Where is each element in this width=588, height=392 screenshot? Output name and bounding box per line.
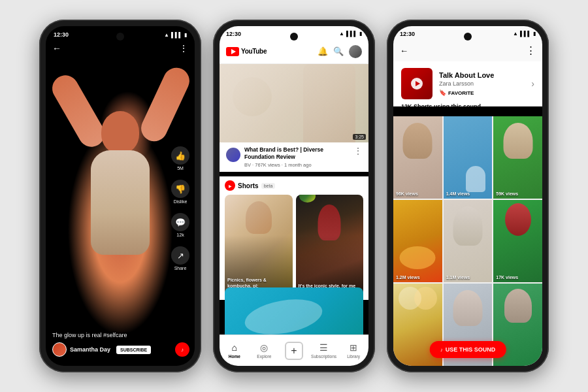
- nav-create[interactable]: +: [279, 342, 309, 360]
- grid-views-6: 17K views: [496, 275, 518, 280]
- like-count: 5M: [177, 166, 184, 171]
- status-time-3: 12:30: [400, 31, 415, 37]
- play-button-thumb[interactable]: [411, 78, 423, 90]
- channel-thumb: [226, 148, 240, 162]
- signal-icon-2: ▌▌▌: [346, 31, 357, 37]
- like-icon[interactable]: 👍: [171, 146, 189, 165]
- sound-artist: Zara Larsson: [439, 80, 525, 87]
- battery-icon-2: ▮: [359, 31, 362, 37]
- share-action[interactable]: ↗ Share: [171, 246, 189, 270]
- subscribe-button[interactable]: SUBSCRIBE: [116, 346, 151, 354]
- wifi-icon-2: ▲: [339, 31, 344, 37]
- featured-video-thumb[interactable]: 3:25: [220, 64, 368, 142]
- shorts-cards: Picnics, flowers & kombucha, pl: 50M vie…: [225, 195, 363, 296]
- grid-cell-6[interactable]: 17K views: [493, 200, 542, 282]
- battery-icon-3: ▮: [533, 31, 536, 37]
- grid-cell-1[interactable]: 96K views: [393, 116, 442, 199]
- nav-subscriptions[interactable]: ☰ Subscriptions: [309, 342, 339, 359]
- video-title: What Brand is Best? | Diverse Foundation…: [244, 146, 350, 161]
- video-info: What Brand is Best? | Diverse Foundation…: [220, 142, 368, 172]
- grid-cell-2[interactable]: 1.4M views: [444, 116, 493, 199]
- grid-cell-5[interactable]: 1.1M views: [444, 200, 493, 282]
- shorts-count: 12K Shorts using this sound: [401, 103, 481, 110]
- grid-views-1: 96K views: [396, 191, 418, 196]
- shorts-title: Shorts: [238, 182, 259, 189]
- share-icon[interactable]: ↗: [171, 246, 189, 265]
- phone1-topbar: ← ⋮: [46, 41, 195, 56]
- wifi-icon: ▲: [164, 32, 169, 38]
- upload-age: 1 month ago: [284, 162, 312, 168]
- use-this-sound-button[interactable]: ♪ USE THIS SOUND: [430, 341, 506, 358]
- sound-metadata: Talk About Love Zara Larsson 🔖 FAVORITE: [439, 71, 525, 96]
- dislike-action[interactable]: 👎 Dislike: [171, 180, 189, 204]
- back-icon[interactable]: ←: [52, 43, 61, 54]
- person-body: [91, 150, 150, 255]
- video-more-icon[interactable]: ⋮: [354, 146, 362, 155]
- create-icon[interactable]: +: [285, 342, 303, 360]
- more-button-3[interactable]: ⋮: [526, 44, 536, 56]
- comment-action[interactable]: 💬 12k: [171, 213, 189, 237]
- view-count: 767K views: [255, 162, 280, 168]
- arm-left: [48, 71, 110, 152]
- library-icon: ⊞: [350, 342, 357, 353]
- header-icons: 🔔 🔍: [318, 45, 362, 58]
- short-card-1[interactable]: Picnics, flowers & kombucha, pl: 50M vie…: [225, 195, 293, 296]
- shorts-header: Shorts beta: [225, 180, 363, 191]
- nav-explore[interactable]: ◎ Explore: [250, 342, 280, 359]
- sound-title: Talk About Love: [439, 71, 525, 79]
- sound-thumbnail: [401, 68, 433, 99]
- yt-music-icon[interactable]: ♪: [175, 342, 189, 357]
- comment-count: 12k: [176, 233, 184, 237]
- camera-punch-hole-3: [464, 33, 472, 41]
- sound-page-header: ← ⋮: [393, 39, 542, 61]
- dislike-icon[interactable]: 👎: [171, 180, 189, 198]
- video-caption: The glow up is real #selfcare: [52, 332, 165, 338]
- grid-views-3: 59K views: [496, 191, 518, 196]
- side-actions: 👍 5M 👎 Dislike 💬 12k ↗ Share: [171, 146, 189, 270]
- yt-logo-icon: [226, 47, 239, 56]
- library-label: Library: [347, 354, 360, 359]
- grid-cell-3[interactable]: 59K views: [493, 116, 542, 199]
- signal-icon: ▌▌▌: [171, 32, 182, 38]
- use-sound-label: USE THIS SOUND: [446, 346, 496, 353]
- notification-icon[interactable]: 🔔: [318, 46, 328, 56]
- person-head: [101, 111, 139, 154]
- yt-wordmark: YouTube: [241, 48, 267, 55]
- shorts-section: Shorts beta Picnics, flowers & kombucha,…: [220, 176, 368, 300]
- status-icons-1: ▲ ▌▌▌ ▮: [164, 32, 187, 38]
- music-note-icon: ♪: [440, 347, 443, 353]
- explore-icon: ◎: [260, 342, 268, 353]
- nav-home[interactable]: ⌂ Home: [220, 342, 250, 359]
- video-meta: What Brand is Best? | Diverse Foundation…: [244, 146, 350, 168]
- shorts-beta-badge: beta: [261, 183, 276, 189]
- arm-right: [137, 63, 194, 146]
- phone-2: 12:30 ▲ ▌▌▌ ▮ YouTube 🔔 🔍 3:25: [213, 20, 375, 372]
- grid-views-2: 1.4M views: [446, 191, 470, 196]
- search-icon[interactable]: 🔍: [333, 46, 344, 56]
- favorite-button[interactable]: 🔖 FAVORITE: [439, 90, 525, 96]
- grid-views-4: 1.2M views: [396, 275, 420, 280]
- skater-person: [466, 166, 485, 192]
- channel-name: Samantha Day: [70, 346, 110, 353]
- nav-library[interactable]: ⊞ Library: [338, 342, 368, 359]
- channel-avatar: [52, 342, 67, 357]
- back-button-3[interactable]: ←: [400, 46, 408, 56]
- status-time-2: 12:30: [226, 31, 241, 37]
- video-sub-info: BV · 767K views · 1 month ago: [244, 162, 350, 168]
- grid-cell-4[interactable]: 1.2M views: [393, 200, 442, 282]
- like-action[interactable]: 👍 5M: [171, 146, 189, 171]
- dislike-label: Dislike: [174, 199, 188, 204]
- more-icon[interactable]: ⋮: [179, 43, 188, 54]
- battery-icon: ▮: [184, 32, 187, 38]
- status-icons-2: ▲ ▌▌▌ ▮: [339, 31, 362, 37]
- phone-1: 12:30 ▲ ▌▌▌ ▮ ← ⋮ 👍 5M 👎: [39, 20, 201, 372]
- phone-2-screen: 12:30 ▲ ▌▌▌ ▮ YouTube 🔔 🔍 3:25: [220, 26, 368, 366]
- share-label: Share: [174, 266, 187, 270]
- sound-chevron-icon[interactable]: ›: [531, 78, 534, 89]
- explore-label: Explore: [257, 354, 271, 359]
- short-card-2[interactable]: It's the iconic style, for me 41.1k view…: [296, 195, 364, 296]
- user-avatar[interactable]: [349, 45, 362, 58]
- status-icons-3: ▲ ▌▌▌ ▮: [513, 31, 536, 37]
- comment-icon[interactable]: 💬: [171, 213, 189, 231]
- phone-1-screen: 12:30 ▲ ▌▌▌ ▮ ← ⋮ 👍 5M 👎: [46, 26, 195, 366]
